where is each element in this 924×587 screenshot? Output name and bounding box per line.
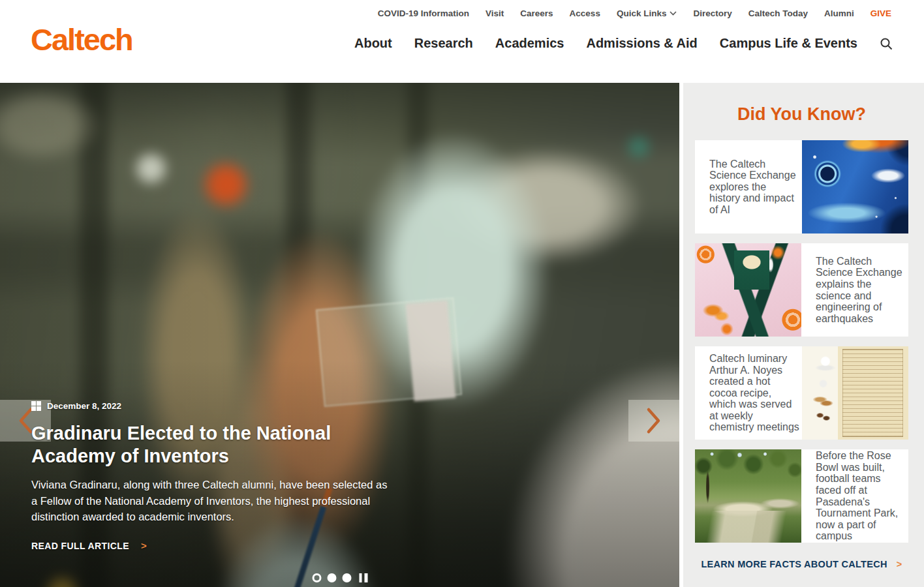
nav-item-research[interactable]: Research	[414, 36, 473, 51]
fact-card-label: Before the Rose Bowl was built, football…	[801, 450, 908, 542]
quick-links-label: Quick Links	[617, 8, 667, 18]
grid-square	[37, 401, 41, 406]
tournament-park-photo	[695, 449, 801, 543]
hero-carousel: December 8, 2022 Gradinaru Elected to th…	[0, 83, 679, 587]
utility-link-give[interactable]: GIVE	[870, 8, 891, 18]
sidebar-panel: Did You Know? The Caltech Science Exchan…	[683, 83, 924, 587]
cta-arrow: >	[141, 540, 147, 551]
chevron-right-icon	[645, 407, 662, 434]
cocoa-recipe-photo	[802, 346, 908, 440]
nav-item-academics[interactable]: Academics	[495, 36, 564, 51]
learn-more-arrow: >	[897, 559, 902, 569]
fact-card-text: Caltech luminary Arthur A. Noyes created…	[695, 346, 802, 440]
carousel-pause-button[interactable]	[359, 573, 367, 582]
utility-link-alumni[interactable]: Alumni	[824, 8, 854, 18]
hero-date-row: December 8, 2022	[31, 401, 400, 411]
hero-date: December 8, 2022	[47, 401, 121, 411]
search-button[interactable]	[880, 37, 893, 50]
site-header: Caltech COVID-19 Information Visit Caree…	[0, 0, 924, 83]
nav-item-campus-life-events[interactable]: Campus Life & Events	[720, 36, 857, 51]
search-icon	[880, 37, 893, 50]
fact-card-ai[interactable]: The Caltech Science Exchange explores th…	[695, 140, 908, 233]
utility-link-careers[interactable]: Careers	[520, 8, 553, 18]
did-you-know-heading: Did You Know?	[695, 104, 908, 125]
earthquake-illustration-board	[734, 250, 769, 290]
utility-nav: COVID-19 Information Visit Careers Acces…	[378, 8, 891, 18]
grid-square	[31, 401, 36, 406]
ai-illustration	[802, 140, 908, 233]
hero-summary: Viviana Gradinaru, along with three Calt…	[31, 477, 393, 525]
carousel-dot-2[interactable]	[327, 573, 336, 582]
carousel-dot-1[interactable]	[312, 573, 321, 582]
grid-square	[37, 406, 41, 411]
learn-more-label: LEARN MORE FACTS ABOUT CALTECH	[701, 559, 887, 569]
pause-bar	[365, 573, 368, 582]
read-full-article-link[interactable]: READ FULL ARTICLE >	[31, 540, 400, 551]
fact-card-earthquakes[interactable]: The Caltech Science Exchange explains th…	[695, 243, 908, 337]
caltech-logo[interactable]: Caltech	[31, 22, 132, 57]
grid-square	[31, 406, 36, 411]
pause-bar	[359, 573, 362, 582]
fact-card-list: The Caltech Science Exchange explores th…	[695, 140, 908, 543]
read-full-article-label: READ FULL ARTICLE	[31, 541, 129, 551]
utility-link-quick-links[interactable]: Quick Links	[617, 8, 677, 18]
news-grid-icon	[31, 401, 41, 411]
fact-card-cocoa[interactable]: Caltech luminary Arthur A. Noyes created…	[695, 346, 908, 440]
park-path	[695, 511, 801, 543]
fact-card-text: Before the Rose Bowl was built, football…	[801, 449, 908, 543]
nav-item-about[interactable]: About	[354, 36, 392, 51]
hero-title[interactable]: Gradinaru Elected to the National Academ…	[31, 422, 400, 466]
utility-link-access[interactable]: Access	[570, 8, 600, 18]
carousel-controls	[312, 573, 367, 582]
hero-content: December 8, 2022 Gradinaru Elected to th…	[31, 401, 400, 551]
utility-link-covid[interactable]: COVID-19 Information	[378, 8, 469, 18]
recipe-sheet	[842, 349, 903, 436]
main-nav: About Research Academics Admissions & Ai…	[354, 36, 893, 51]
nav-item-admissions-aid[interactable]: Admissions & Aid	[586, 36, 697, 51]
learn-more-link[interactable]: LEARN MORE FACTS ABOUT CALTECH>	[695, 559, 908, 569]
fact-card-label: Caltech luminary Arthur A. Noyes created…	[695, 353, 802, 433]
utility-link-caltech-today[interactable]: Caltech Today	[748, 8, 808, 18]
fact-card-text: The Caltech Science Exchange explores th…	[695, 140, 802, 233]
utility-link-visit[interactable]: Visit	[485, 8, 504, 18]
earthquake-illustration	[695, 243, 801, 337]
chevron-down-icon	[670, 11, 677, 16]
fact-card-tournament-park[interactable]: Before the Rose Bowl was built, football…	[695, 449, 908, 543]
fact-card-label: The Caltech Science Exchange explains th…	[801, 256, 908, 325]
fact-card-text: The Caltech Science Exchange explains th…	[801, 243, 908, 337]
utility-link-directory[interactable]: Directory	[693, 8, 732, 18]
page-content: December 8, 2022 Gradinaru Elected to th…	[0, 83, 924, 587]
carousel-dot-3[interactable]	[342, 573, 351, 582]
fact-card-label: The Caltech Science Exchange explores th…	[695, 158, 802, 216]
carousel-next-button[interactable]	[628, 400, 679, 442]
did-you-know-sidebar: Did You Know? The Caltech Science Exchan…	[679, 83, 924, 587]
